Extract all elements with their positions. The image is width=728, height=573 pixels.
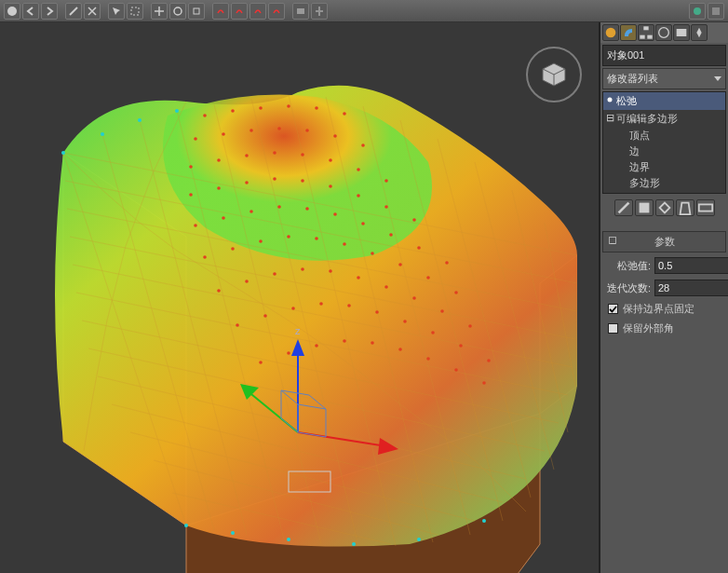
svg-point-63 <box>384 285 388 289</box>
svg-point-40 <box>277 205 281 209</box>
svg-point-70 <box>319 302 323 306</box>
svg-point-84 <box>454 368 458 372</box>
svg-point-94 <box>417 538 421 541</box>
tool-redo[interactable] <box>41 3 58 20</box>
svg-point-48 <box>231 247 235 251</box>
remove-modifier-button[interactable] <box>676 199 694 216</box>
relax-value-label: 松弛值: <box>606 259 651 273</box>
snap-1[interactable] <box>212 3 229 20</box>
configure-sets-button[interactable] <box>696 199 715 216</box>
parameters-rollout-header[interactable]: − 参数 <box>602 231 726 252</box>
modifier-editable-poly[interactable]: ⊟ 可编辑多边形 <box>603 110 725 128</box>
svg-point-108 <box>659 28 669 38</box>
svg-rect-105 <box>643 26 648 30</box>
svg-point-30 <box>245 181 249 184</box>
svg-point-32 <box>301 179 304 183</box>
svg-point-24 <box>301 153 304 157</box>
svg-point-45 <box>417 246 421 250</box>
svg-point-64 <box>412 296 416 300</box>
svg-rect-1 <box>131 7 139 15</box>
svg-point-91 <box>231 531 235 535</box>
tool-render[interactable] <box>689 3 706 20</box>
svg-point-93 <box>352 542 356 546</box>
viewcube[interactable] <box>526 47 582 102</box>
tab-motion[interactable] <box>655 24 672 41</box>
iterations-input[interactable] <box>654 280 728 296</box>
tool-move[interactable] <box>151 3 168 20</box>
subobj-border[interactable]: 边界 <box>603 159 725 175</box>
svg-point-42 <box>333 212 337 216</box>
tool-scale[interactable] <box>188 3 205 20</box>
svg-point-27 <box>384 179 388 183</box>
svg-point-75 <box>459 344 463 348</box>
tool-link[interactable] <box>65 3 82 20</box>
svg-text:z: z <box>295 325 301 336</box>
svg-point-78 <box>287 351 290 355</box>
svg-point-66 <box>468 324 472 328</box>
tab-utilities[interactable] <box>691 24 708 41</box>
svg-point-49 <box>259 239 263 243</box>
make-unique-button[interactable] <box>655 199 674 216</box>
mesh-surface: z <box>19 60 577 573</box>
viewport[interactable]: z <box>0 22 600 573</box>
tool-unlink[interactable] <box>84 3 101 20</box>
svg-point-72 <box>375 310 379 314</box>
tool-named-sel[interactable] <box>292 3 309 20</box>
svg-point-62 <box>357 276 360 280</box>
tool-mirror[interactable] <box>311 3 328 20</box>
svg-point-21 <box>217 158 221 162</box>
svg-point-87 <box>101 132 104 136</box>
svg-point-69 <box>291 307 295 310</box>
relax-value-input[interactable] <box>654 257 728 274</box>
keep-boundary-label: 保持边界点固定 <box>623 302 694 316</box>
svg-point-86 <box>61 151 65 155</box>
tool-sphere[interactable] <box>4 3 20 20</box>
object-name-field[interactable]: 对象001 <box>602 45 726 66</box>
tab-display[interactable] <box>673 24 690 41</box>
parameters-title: 参数 <box>654 236 675 247</box>
rollout-toggle-icon: − <box>609 237 616 244</box>
tab-create[interactable] <box>602 24 619 41</box>
keep-outer-label: 保留外部角 <box>623 321 674 335</box>
subobj-edge[interactable]: 边 <box>603 143 725 159</box>
svg-point-13 <box>194 137 197 141</box>
show-end-result-button[interactable] <box>635 199 654 216</box>
svg-point-41 <box>305 207 309 211</box>
pin-stack-button[interactable] <box>614 199 633 216</box>
modifier-stack-buttons <box>600 196 728 220</box>
snap-3[interactable] <box>249 3 266 20</box>
keep-boundary-checkbox[interactable] <box>608 304 618 314</box>
tool-render-setup[interactable] <box>708 3 724 20</box>
modifier-list-dropdown[interactable]: 修改器列表 <box>602 68 726 89</box>
subobj-vertex[interactable]: 顶点 <box>603 128 725 143</box>
modifier-relax[interactable]: 松弛 <box>603 92 725 110</box>
svg-point-77 <box>259 361 263 364</box>
svg-point-17 <box>305 129 309 132</box>
subobj-element[interactable]: 元素 <box>603 191 725 194</box>
tool-undo[interactable] <box>22 3 39 20</box>
svg-point-43 <box>361 222 365 225</box>
modifier-stack[interactable]: 松弛 ⊟ 可编辑多边形 顶点 边 边界 多边形 元素 <box>602 91 726 194</box>
svg-point-38 <box>222 216 225 220</box>
tool-select[interactable] <box>108 3 125 20</box>
svg-point-2 <box>174 7 182 15</box>
svg-rect-107 <box>647 35 652 39</box>
svg-point-76 <box>487 359 491 362</box>
snap-4[interactable] <box>268 3 285 20</box>
tool-rect-select[interactable] <box>127 3 143 20</box>
svg-point-55 <box>426 276 430 280</box>
tab-hierarchy[interactable] <box>638 24 654 41</box>
tool-rotate[interactable] <box>169 3 186 20</box>
subobj-polygon[interactable]: 多边形 <box>603 175 725 191</box>
svg-point-71 <box>347 304 351 307</box>
svg-point-35 <box>384 205 388 209</box>
svg-point-59 <box>273 272 276 276</box>
svg-point-89 <box>175 109 179 113</box>
svg-point-51 <box>315 237 318 240</box>
svg-point-15 <box>249 129 253 132</box>
svg-point-110 <box>608 98 613 102</box>
tab-modify[interactable] <box>620 24 637 41</box>
keep-outer-checkbox[interactable] <box>608 323 618 334</box>
snap-2[interactable] <box>231 3 248 20</box>
iterations-label: 迭代次数: <box>606 281 651 295</box>
